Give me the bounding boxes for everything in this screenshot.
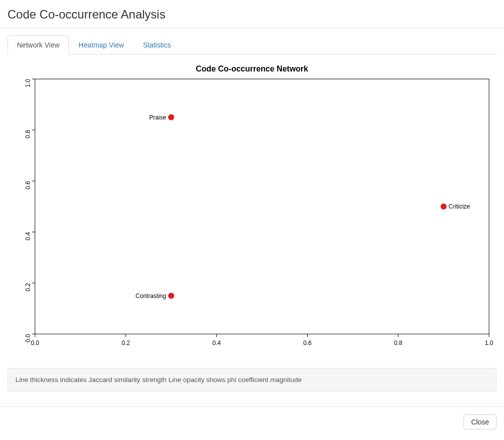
svg-text:0.2: 0.2 [24,283,31,292]
svg-text:0.8: 0.8 [394,340,403,346]
modal-header: Code Co-occurrence Analysis [0,0,504,28]
svg-text:0.0: 0.0 [31,340,39,346]
modal-footer: Close [0,407,504,437]
network-plot: 0.00.20.40.60.81.00.00.20.40.60.81.0Prai… [7,76,497,356]
svg-text:0.4: 0.4 [24,232,31,240]
svg-text:0.8: 0.8 [24,130,31,138]
svg-text:0.6: 0.6 [303,340,312,346]
svg-point-25 [168,114,174,120]
svg-text:1.0: 1.0 [485,340,494,346]
svg-point-27 [441,204,447,210]
tab-pane-network: Code Co-occurrence Network 0.00.20.40.60… [7,54,497,392]
tab-network-view[interactable]: Network View [7,36,69,54]
caption-well: Line thickness indicates Jaccard similar… [7,368,497,392]
svg-text:Praise: Praise [149,114,166,121]
tab-heatmap-view[interactable]: Heatmap View [69,36,133,54]
svg-text:0.4: 0.4 [212,340,221,346]
tab-label: Network View [7,36,69,54]
svg-point-29 [168,293,174,299]
modal-title: Code Co-occurrence Analysis [7,8,497,22]
caption-text: Line thickness indicates Jaccard similar… [15,376,302,384]
modal-container: Code Co-occurrence Analysis Network View… [0,0,504,437]
svg-rect-0 [35,79,489,334]
tab-statistics[interactable]: Statistics [133,36,180,54]
svg-text:Contrasting: Contrasting [135,292,166,300]
close-button[interactable]: Close [464,414,497,430]
tab-label: Statistics [133,36,180,54]
svg-text:0.0: 0.0 [24,334,31,342]
tab-label: Heatmap View [69,36,133,54]
tab-nav: Network View Heatmap View Statistics [7,36,497,54]
chart-title: Code Co-occurrence Network [7,64,497,74]
modal-body: Network View Heatmap View Statistics Cod… [0,28,504,399]
svg-text:Criticize: Criticize [449,203,470,210]
network-plot-wrap: Code Co-occurrence Network 0.00.20.40.60… [7,64,497,358]
svg-text:0.2: 0.2 [121,340,130,346]
svg-text:1.0: 1.0 [24,79,31,88]
svg-text:0.6: 0.6 [24,181,31,190]
